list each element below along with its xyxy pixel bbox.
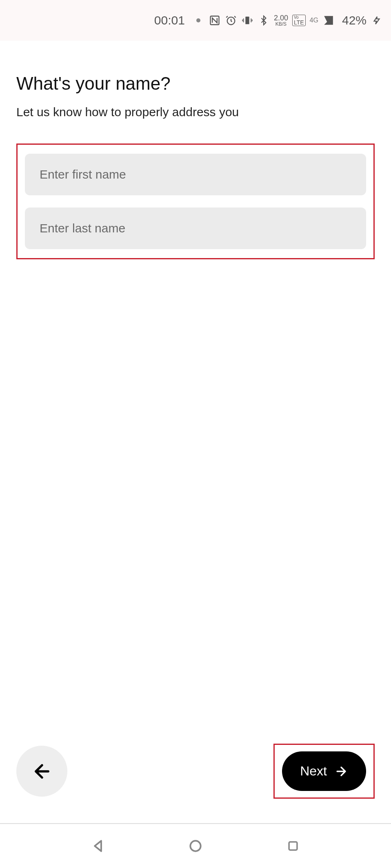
svg-rect-4 [289,842,297,850]
signal-icon [322,14,335,27]
next-button[interactable]: Next [282,751,366,791]
last-name-input[interactable] [25,208,366,249]
status-icons-group: 2.00 KB/S Vo LTE 4G 42% [209,13,383,27]
network-speed: 2.00 KB/S [274,14,288,27]
android-recent-button[interactable] [283,836,303,856]
status-bar: 00:01 2.00 KB/S Vo LTE 4G 42% [0,0,391,41]
arrow-right-icon [334,764,348,778]
charging-icon [371,14,383,27]
back-button[interactable] [16,746,67,797]
android-home-button[interactable] [185,836,206,856]
first-name-input[interactable] [25,154,366,195]
bottom-navigation: Next [0,744,391,799]
volte-badge: Vo LTE [292,15,306,26]
main-content: What's your name? Let us know how to pro… [0,41,391,259]
nfc-icon [209,14,221,27]
status-dot-icon [196,18,200,22]
bluetooth-icon [258,14,270,27]
page-subtitle: Let us know how to properly address you [16,105,375,119]
arrow-left-icon [31,761,53,782]
page-title: What's your name? [16,73,375,94]
next-button-highlight: Next [273,744,375,799]
name-form-highlight [16,144,375,259]
svg-point-3 [190,841,200,851]
android-nav-bar [0,823,391,868]
battery-percent: 42% [342,13,367,27]
svg-rect-2 [245,17,249,24]
next-button-label: Next [300,764,327,779]
alarm-icon [225,14,237,27]
status-time: 00:01 [154,13,185,27]
vibrate-icon [241,14,253,27]
signal-4g-label: 4G [310,17,318,24]
android-back-button[interactable] [88,836,108,856]
